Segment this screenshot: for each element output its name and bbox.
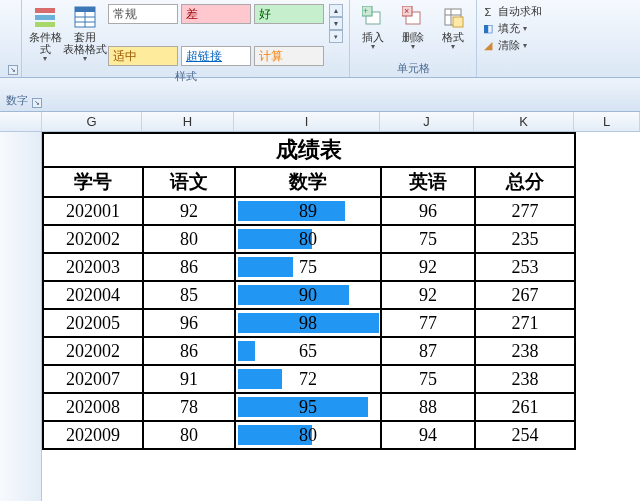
cell-yingyu[interactable]: 96 bbox=[381, 197, 475, 225]
cell-shuxue[interactable]: 80 bbox=[235, 421, 381, 449]
style-calculation[interactable]: 计算 bbox=[254, 46, 324, 66]
insert-button[interactable]: + 插入 ▾ bbox=[354, 2, 392, 51]
format-button[interactable]: 格式 ▾ bbox=[434, 2, 472, 51]
cell-yuwen[interactable]: 86 bbox=[143, 337, 235, 365]
spin-down-icon[interactable]: ▼ bbox=[329, 17, 343, 30]
cell-id[interactable]: 202005 bbox=[43, 309, 143, 337]
cell-yingyu[interactable]: 75 bbox=[381, 225, 475, 253]
cell-id[interactable]: 202008 bbox=[43, 393, 143, 421]
conditional-format-button[interactable]: 条件格式 ▾ bbox=[26, 2, 64, 63]
col-header-H[interactable]: H bbox=[142, 112, 234, 131]
cell-id[interactable]: 202001 bbox=[43, 197, 143, 225]
cell-shuxue[interactable]: 89 bbox=[235, 197, 381, 225]
table-format-icon bbox=[72, 4, 98, 30]
cell-yuwen[interactable]: 92 bbox=[143, 197, 235, 225]
cell-zongfen[interactable]: 238 bbox=[475, 337, 575, 365]
svg-rect-2 bbox=[35, 22, 55, 27]
subbar-label: 数字 bbox=[6, 93, 28, 108]
cell-id[interactable]: 202003 bbox=[43, 253, 143, 281]
cell-zongfen[interactable]: 235 bbox=[475, 225, 575, 253]
cell-shuxue[interactable]: 72 bbox=[235, 365, 381, 393]
conditional-format-icon bbox=[32, 4, 58, 30]
cell-yingyu[interactable]: 92 bbox=[381, 253, 475, 281]
eraser-icon: ◢ bbox=[481, 39, 495, 53]
table-row: 202004859092267 bbox=[43, 281, 575, 309]
chevron-down-icon: ▾ bbox=[371, 43, 375, 51]
group-expander-icon[interactable]: ↘ bbox=[32, 98, 42, 108]
table-row: 202003867592253 bbox=[43, 253, 575, 281]
cell-id[interactable]: 202002 bbox=[43, 225, 143, 253]
chevron-down-icon: ▾ bbox=[451, 43, 455, 51]
cell-id[interactable]: 202009 bbox=[43, 421, 143, 449]
cell-yingyu[interactable]: 75 bbox=[381, 365, 475, 393]
table-format-button[interactable]: 套用 表格格式 ▾ bbox=[66, 2, 104, 63]
cell-id[interactable]: 202002 bbox=[43, 337, 143, 365]
fill-button[interactable]: ◧ 填充 ▾ bbox=[481, 21, 542, 36]
col-header-I[interactable]: I bbox=[234, 112, 380, 131]
svg-text:×: × bbox=[404, 6, 409, 16]
th-yingyu[interactable]: 英语 bbox=[381, 167, 475, 197]
table-row: 202002808075235 bbox=[43, 225, 575, 253]
style-general[interactable]: 常规 bbox=[108, 4, 178, 24]
cell-zongfen[interactable]: 254 bbox=[475, 421, 575, 449]
cell-yuwen[interactable]: 96 bbox=[143, 309, 235, 337]
col-header-J[interactable]: J bbox=[380, 112, 474, 131]
cell-zongfen[interactable]: 238 bbox=[475, 365, 575, 393]
cell-yingyu[interactable]: 87 bbox=[381, 337, 475, 365]
style-gallery-spinner: ▲ ▼ ▾ bbox=[329, 4, 343, 43]
cell-shuxue[interactable]: 75 bbox=[235, 253, 381, 281]
cell-zongfen[interactable]: 277 bbox=[475, 197, 575, 225]
cell-yuwen[interactable]: 78 bbox=[143, 393, 235, 421]
autosum-button[interactable]: Σ 自动求和 bbox=[481, 4, 542, 19]
th-zongfen[interactable]: 总分 bbox=[475, 167, 575, 197]
cell-id[interactable]: 202004 bbox=[43, 281, 143, 309]
cell-yuwen[interactable]: 80 bbox=[143, 225, 235, 253]
cell-zongfen[interactable]: 267 bbox=[475, 281, 575, 309]
cell-yuwen[interactable]: 91 bbox=[143, 365, 235, 393]
cell-zongfen[interactable]: 261 bbox=[475, 393, 575, 421]
cell-zongfen[interactable]: 253 bbox=[475, 253, 575, 281]
sigma-icon: Σ bbox=[481, 5, 495, 19]
cell-yingyu[interactable]: 77 bbox=[381, 309, 475, 337]
group-expander-icon[interactable]: ↘ bbox=[8, 65, 18, 75]
row-headers[interactable] bbox=[0, 132, 42, 501]
th-id[interactable]: 学号 bbox=[43, 167, 143, 197]
cell-shuxue[interactable]: 80 bbox=[235, 225, 381, 253]
col-header-G[interactable]: G bbox=[42, 112, 142, 131]
cell-shuxue[interactable]: 95 bbox=[235, 393, 381, 421]
ribbon-group-editing: Σ 自动求和 ◧ 填充 ▾ ◢ 清除 ▾ bbox=[477, 0, 640, 77]
format-icon bbox=[440, 4, 466, 30]
fill-label: 填充 bbox=[498, 21, 520, 36]
column-headers: G H I J K L bbox=[0, 112, 640, 132]
cell-zongfen[interactable]: 271 bbox=[475, 309, 575, 337]
cell-shuxue[interactable]: 98 bbox=[235, 309, 381, 337]
table-row: 202002866587238 bbox=[43, 337, 575, 365]
style-neutral[interactable]: 适中 bbox=[108, 46, 178, 66]
style-bad[interactable]: 差 bbox=[181, 4, 251, 24]
cell-yuwen[interactable]: 86 bbox=[143, 253, 235, 281]
cell-shuxue[interactable]: 65 bbox=[235, 337, 381, 365]
select-all-corner[interactable] bbox=[0, 112, 42, 131]
cell-yingyu[interactable]: 94 bbox=[381, 421, 475, 449]
delete-button[interactable]: × 删除 ▾ bbox=[394, 2, 432, 51]
cell-yingyu[interactable]: 92 bbox=[381, 281, 475, 309]
delete-icon: × bbox=[400, 4, 426, 30]
style-good[interactable]: 好 bbox=[254, 4, 324, 24]
spin-more-icon[interactable]: ▾ bbox=[329, 30, 343, 43]
cell-shuxue[interactable]: 90 bbox=[235, 281, 381, 309]
th-shuxue[interactable]: 数学 bbox=[235, 167, 381, 197]
databar-value: 72 bbox=[236, 369, 380, 390]
spin-up-icon[interactable]: ▲ bbox=[329, 4, 343, 17]
chevron-down-icon: ▾ bbox=[43, 55, 47, 63]
th-yuwen[interactable]: 语文 bbox=[143, 167, 235, 197]
cell-id[interactable]: 202007 bbox=[43, 365, 143, 393]
col-header-K[interactable]: K bbox=[474, 112, 574, 131]
cell-yuwen[interactable]: 80 bbox=[143, 421, 235, 449]
clear-button[interactable]: ◢ 清除 ▾ bbox=[481, 38, 542, 53]
table-title[interactable]: 成绩表 bbox=[43, 133, 575, 167]
style-hyperlink[interactable]: 超链接 bbox=[181, 46, 251, 66]
cell-yingyu[interactable]: 88 bbox=[381, 393, 475, 421]
worksheet-grid[interactable]: 成绩表 学号 语文 数学 英语 总分 202001928996277202002… bbox=[0, 132, 640, 501]
cell-yuwen[interactable]: 85 bbox=[143, 281, 235, 309]
col-header-L[interactable]: L bbox=[574, 112, 640, 131]
